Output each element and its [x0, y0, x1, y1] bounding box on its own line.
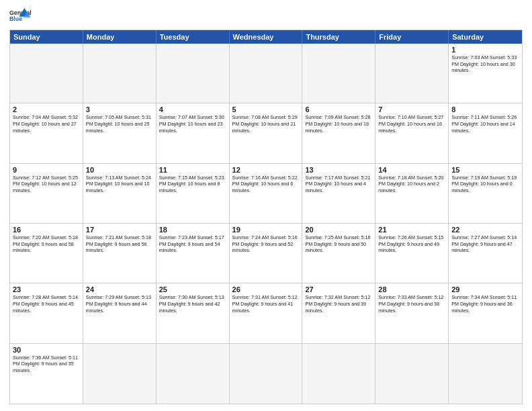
cell-info: Sunrise: 7:12 AM Sunset: 5:25 PM Dayligh…: [13, 175, 80, 194]
cal-cell-empty: [302, 44, 375, 103]
cell-info: Sunrise: 7:13 AM Sunset: 5:24 PM Dayligh…: [86, 175, 153, 194]
cal-cell-day-21: 21Sunrise: 7:26 AM Sunset: 5:15 PM Dayli…: [375, 224, 449, 283]
cell-info: Sunrise: 7:28 AM Sunset: 5:14 PM Dayligh…: [13, 294, 80, 314]
cell-info: Sunrise: 7:34 AM Sunset: 5:11 PM Dayligh…: [451, 294, 519, 314]
calendar-body: 1Sunrise: 7:03 AM Sunset: 5:33 PM Daylig…: [10, 44, 522, 404]
logo-icon: General Blue: [9, 7, 31, 26]
cell-info: Sunrise: 7:21 AM Sunset: 5:18 PM Dayligh…: [86, 234, 153, 254]
day-number: 26: [232, 285, 300, 293]
cal-cell-empty: [83, 344, 157, 404]
cal-cell-day-30: 30Sunrise: 7:36 AM Sunset: 5:11 PM Dayli…: [10, 344, 83, 404]
cal-cell-empty: [157, 344, 230, 404]
day-number: 10: [86, 166, 153, 174]
cell-info: Sunrise: 7:07 AM Sunset: 5:30 PM Dayligh…: [159, 114, 226, 134]
cal-cell-day-14: 14Sunrise: 7:18 AM Sunset: 5:20 PM Dayli…: [375, 164, 449, 224]
day-number: 14: [378, 166, 445, 174]
day-number: 13: [305, 166, 372, 174]
day-number: 20: [305, 226, 372, 234]
cal-cell-day-11: 11Sunrise: 7:15 AM Sunset: 5:23 PM Dayli…: [157, 164, 230, 224]
cell-info: Sunrise: 7:33 AM Sunset: 5:12 PM Dayligh…: [378, 294, 445, 314]
day-header-tuesday: Tuesday: [157, 30, 230, 44]
cell-info: Sunrise: 7:27 AM Sunset: 5:14 PM Dayligh…: [451, 234, 519, 254]
cal-cell-day-20: 20Sunrise: 7:25 AM Sunset: 5:16 PM Dayli…: [302, 224, 375, 283]
cal-cell-empty: [230, 44, 303, 103]
cell-info: Sunrise: 7:15 AM Sunset: 5:23 PM Dayligh…: [159, 175, 226, 194]
day-header-monday: Monday: [83, 30, 157, 44]
cell-info: Sunrise: 7:16 AM Sunset: 5:22 PM Dayligh…: [232, 175, 300, 194]
day-headers: SundayMondayTuesdayWednesdayThursdayFrid…: [10, 30, 522, 44]
cal-cell-day-24: 24Sunrise: 7:29 AM Sunset: 5:13 PM Dayli…: [83, 283, 157, 343]
cal-cell-day-19: 19Sunrise: 7:24 AM Sunset: 5:16 PM Dayli…: [230, 224, 303, 283]
cell-info: Sunrise: 7:20 AM Sunset: 5:18 PM Dayligh…: [13, 234, 80, 254]
day-number: 4: [159, 105, 226, 113]
cal-cell-day-4: 4Sunrise: 7:07 AM Sunset: 5:30 PM Daylig…: [157, 103, 230, 163]
cal-cell-day-12: 12Sunrise: 7:16 AM Sunset: 5:22 PM Dayli…: [230, 164, 303, 224]
cell-info: Sunrise: 7:05 AM Sunset: 5:31 PM Dayligh…: [86, 114, 153, 134]
day-number: 16: [13, 226, 80, 234]
cal-cell-day-23: 23Sunrise: 7:28 AM Sunset: 5:14 PM Dayli…: [10, 283, 83, 343]
cell-info: Sunrise: 7:36 AM Sunset: 5:11 PM Dayligh…: [13, 355, 80, 374]
logo: General Blue: [9, 7, 31, 26]
cell-info: Sunrise: 7:32 AM Sunset: 5:12 PM Dayligh…: [305, 294, 372, 314]
cal-cell-empty: [449, 344, 522, 404]
day-number: 25: [159, 285, 226, 293]
cell-info: Sunrise: 7:18 AM Sunset: 5:20 PM Dayligh…: [378, 175, 445, 194]
day-number: 2: [13, 105, 80, 113]
day-number: 24: [86, 285, 153, 293]
cell-info: Sunrise: 7:08 AM Sunset: 5:29 PM Dayligh…: [232, 114, 300, 134]
cell-info: Sunrise: 7:11 AM Sunset: 5:26 PM Dayligh…: [451, 114, 519, 134]
day-number: 29: [451, 285, 519, 293]
cell-info: Sunrise: 7:31 AM Sunset: 5:12 PM Dayligh…: [232, 294, 300, 314]
day-number: 28: [378, 285, 445, 293]
day-number: 27: [305, 285, 372, 293]
day-number: 9: [13, 166, 80, 174]
day-number: 8: [451, 105, 519, 113]
cal-cell-day-28: 28Sunrise: 7:33 AM Sunset: 5:12 PM Dayli…: [375, 283, 449, 343]
cell-info: Sunrise: 7:24 AM Sunset: 5:16 PM Dayligh…: [232, 234, 300, 254]
header: General Blue: [9, 7, 523, 26]
day-header-sunday: Sunday: [10, 30, 83, 44]
cal-cell-day-2: 2Sunrise: 7:04 AM Sunset: 5:32 PM Daylig…: [10, 103, 83, 163]
cal-cell-day-26: 26Sunrise: 7:31 AM Sunset: 5:12 PM Dayli…: [230, 283, 303, 343]
cal-cell-empty: [375, 344, 449, 404]
cal-cell-day-25: 25Sunrise: 7:30 AM Sunset: 5:13 PM Dayli…: [157, 283, 230, 343]
day-header-thursday: Thursday: [302, 30, 375, 44]
day-number: 12: [232, 166, 300, 174]
day-number: 11: [159, 166, 226, 174]
cal-cell-day-18: 18Sunrise: 7:23 AM Sunset: 5:17 PM Dayli…: [157, 224, 230, 283]
day-number: 18: [159, 226, 226, 234]
day-number: 30: [13, 346, 80, 354]
cal-cell-empty: [302, 344, 375, 404]
cell-info: Sunrise: 7:09 AM Sunset: 5:28 PM Dayligh…: [305, 114, 372, 134]
page: General Blue SundayMondayTuesdayWednesda…: [0, 0, 532, 411]
day-header-friday: Friday: [375, 30, 449, 44]
cal-cell-day-17: 17Sunrise: 7:21 AM Sunset: 5:18 PM Dayli…: [83, 224, 157, 283]
calendar: SundayMondayTuesdayWednesdayThursdayFrid…: [9, 30, 523, 404]
cell-info: Sunrise: 7:03 AM Sunset: 5:33 PM Dayligh…: [451, 54, 519, 74]
day-header-wednesday: Wednesday: [230, 30, 303, 44]
cal-cell-empty: [375, 44, 449, 103]
cal-cell-day-6: 6Sunrise: 7:09 AM Sunset: 5:28 PM Daylig…: [302, 103, 375, 163]
cal-cell-day-22: 22Sunrise: 7:27 AM Sunset: 5:14 PM Dayli…: [449, 224, 522, 283]
day-number: 23: [13, 285, 80, 293]
cell-info: Sunrise: 7:10 AM Sunset: 5:27 PM Dayligh…: [378, 114, 445, 134]
cell-info: Sunrise: 7:26 AM Sunset: 5:15 PM Dayligh…: [378, 234, 445, 254]
cal-cell-day-27: 27Sunrise: 7:32 AM Sunset: 5:12 PM Dayli…: [302, 283, 375, 343]
cell-info: Sunrise: 7:23 AM Sunset: 5:17 PM Dayligh…: [159, 234, 226, 254]
day-number: 1: [451, 46, 519, 54]
day-header-saturday: Saturday: [449, 30, 522, 44]
cal-cell-day-10: 10Sunrise: 7:13 AM Sunset: 5:24 PM Dayli…: [83, 164, 157, 224]
cal-cell-day-9: 9Sunrise: 7:12 AM Sunset: 5:25 PM Daylig…: [10, 164, 83, 224]
day-number: 6: [305, 105, 372, 113]
cal-cell-day-5: 5Sunrise: 7:08 AM Sunset: 5:29 PM Daylig…: [230, 103, 303, 163]
cell-info: Sunrise: 7:29 AM Sunset: 5:13 PM Dayligh…: [86, 294, 153, 314]
cal-cell-day-13: 13Sunrise: 7:17 AM Sunset: 5:21 PM Dayli…: [302, 164, 375, 224]
cal-cell-day-7: 7Sunrise: 7:10 AM Sunset: 5:27 PM Daylig…: [375, 103, 449, 163]
day-number: 17: [86, 226, 153, 234]
cell-info: Sunrise: 7:04 AM Sunset: 5:32 PM Dayligh…: [13, 114, 80, 134]
cal-cell-day-8: 8Sunrise: 7:11 AM Sunset: 5:26 PM Daylig…: [449, 103, 522, 163]
day-number: 19: [232, 226, 300, 234]
day-number: 21: [378, 226, 445, 234]
cell-info: Sunrise: 7:19 AM Sunset: 5:19 PM Dayligh…: [451, 175, 519, 194]
cal-cell-day-29: 29Sunrise: 7:34 AM Sunset: 5:11 PM Dayli…: [449, 283, 522, 343]
